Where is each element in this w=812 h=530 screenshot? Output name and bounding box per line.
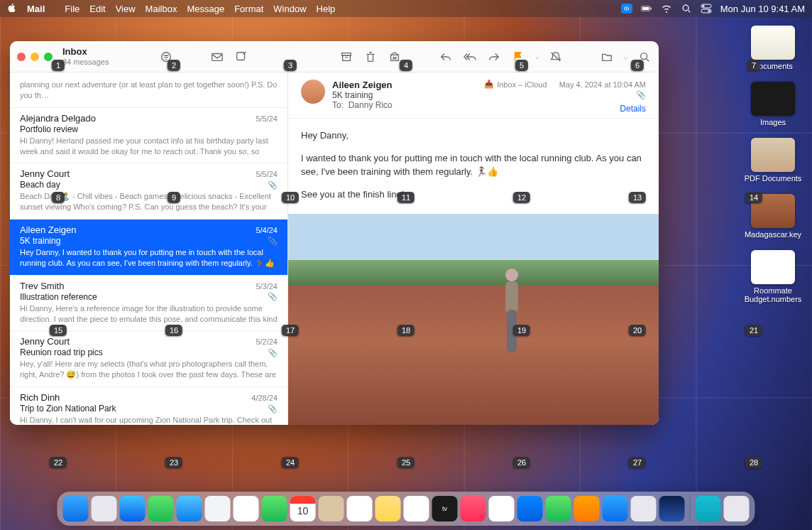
desktop-item[interactable]: PDF Documents [741, 138, 805, 183]
dock-app-contacts[interactable] [319, 496, 344, 521]
dock-app-finder[interactable] [63, 496, 89, 521]
dock-app-messages[interactable] [148, 496, 174, 521]
dock-app-freeform[interactable] [404, 496, 429, 521]
compose-envelope-icon[interactable] [210, 50, 224, 64]
wifi-icon[interactable] [661, 4, 672, 13]
move-to-icon[interactable] [600, 50, 614, 64]
dock-app-news[interactable] [489, 496, 515, 521]
grid-cell-label: 28 [745, 457, 762, 468]
dock-app-settings[interactable] [631, 496, 657, 521]
msg-date: 5/5/24 [256, 114, 278, 123]
spotlight-icon[interactable] [681, 4, 692, 13]
dock-app-notes[interactable] [375, 496, 401, 521]
mail-window: Inbox 34 messages ⌵ ⌵ planning [10, 41, 659, 425]
svg-point-27 [641, 53, 647, 59]
search-icon[interactable] [637, 50, 652, 64]
grid-cell-label: 26 [513, 457, 530, 468]
dock: 10tv [57, 492, 755, 526]
dock-app-launchpad[interactable] [92, 496, 117, 521]
msg-subject: Reunion road trip pics [20, 347, 103, 357]
apple-menu-icon[interactable] [7, 3, 17, 15]
dock-app-maps[interactable] [205, 496, 231, 521]
message-row[interactable]: Jenny Court5/5/24Beach day📎Beach Day 🏝️ … [10, 163, 287, 220]
message-row[interactable]: Aileen Zeigen5/4/245K training📎Hey Danny… [10, 220, 287, 276]
key-icon [751, 194, 795, 228]
menu-window[interactable]: Window [273, 4, 306, 14]
svg-point-12 [162, 52, 171, 61]
menu-message[interactable]: Message [187, 4, 224, 14]
menu-format[interactable]: Format [234, 4, 263, 14]
details-button[interactable]: Details [484, 104, 646, 114]
dock-app-appstore[interactable] [603, 496, 628, 521]
dock-app-reminders[interactable] [347, 496, 373, 521]
reader-paragraph: See you at the finish line! [301, 188, 646, 202]
dock-app-tv[interactable]: tv [432, 496, 458, 521]
msg-preview: planning our next adventure (or at least… [20, 80, 278, 101]
msg-preview: Hey, y'all! Here are my selects (that's … [20, 359, 278, 380]
mute-icon[interactable] [549, 50, 563, 64]
message-row[interactable]: Alejandra Delgado5/5/24Portfolio reviewH… [10, 108, 287, 164]
calendar-day: 10 [290, 505, 316, 517]
msg-date: 5/4/24 [256, 226, 278, 234]
svg-point-6 [683, 5, 688, 11]
desktop-item[interactable]: Roommate Budget.numbers [741, 250, 805, 303]
message-row[interactable]: planning our next adventure (or at least… [10, 72, 287, 108]
menu-mailbox[interactable]: Mailbox [146, 4, 177, 14]
msg-subject: Beach day [20, 180, 60, 190]
dock-app-trash[interactable] [724, 496, 750, 521]
reader-body: Hey Danny,I wanted to thank you for putt… [288, 119, 659, 210]
reader-mailbox[interactable]: Inbox – iCloud [497, 80, 547, 89]
compose-icon[interactable] [234, 50, 248, 64]
siri-icon[interactable] [621, 4, 632, 13]
dock-app-numbers[interactable] [546, 496, 571, 521]
desktop-item[interactable]: Documents [741, 26, 805, 70]
dock-app-pages[interactable] [574, 496, 600, 521]
archive-icon[interactable] [339, 50, 353, 64]
grid-cell-label: 24 [282, 457, 299, 468]
attachment-icon: 📎 [268, 348, 278, 357]
reply-icon[interactable] [439, 50, 453, 64]
menubar-app-name[interactable]: Mail [27, 4, 45, 14]
menu-file[interactable]: File [65, 4, 79, 14]
message-row[interactable]: Trev Smith5/3/24Illustration reference📎H… [10, 276, 287, 332]
message-row[interactable]: Jenny Court5/2/24Reunion road trip pics📎… [10, 331, 287, 387]
menu-help[interactable]: Help [317, 4, 336, 14]
desktop-item-label: Madagascar.key [737, 230, 808, 239]
msg-from: Alejandra Delgado [20, 113, 96, 124]
dock-app-keynote[interactable] [517, 496, 543, 521]
filter-icon[interactable] [159, 50, 173, 64]
desktop-item[interactable]: Madagascar.key [741, 194, 805, 239]
junk-icon[interactable] [388, 50, 402, 64]
msg-preview: Beach Day 🏝️ - Chill vibes - Beach games… [20, 191, 278, 212]
dock-app-mirror[interactable] [659, 496, 685, 521]
dock-app-safari[interactable] [120, 496, 146, 521]
dock-app-facetime[interactable] [262, 496, 287, 521]
dock-app-music[interactable] [461, 496, 486, 521]
move-menu-chevron-icon[interactable]: ⌵ [624, 53, 627, 60]
close-window-button[interactable] [17, 53, 26, 61]
dock-app-downloads[interactable] [696, 496, 721, 521]
battery-icon[interactable] [641, 4, 652, 13]
menu-view[interactable]: View [116, 4, 136, 14]
dock-app-mail[interactable] [177, 496, 202, 521]
flag-menu-chevron-icon[interactable]: ⌵ [535, 53, 539, 60]
desktop-item-label: Images [737, 118, 808, 126]
trash-icon[interactable] [363, 50, 378, 64]
reader-subject: 5K training [332, 90, 477, 100]
minimize-window-button[interactable] [31, 53, 39, 61]
msg-date: 5/3/24 [256, 282, 278, 291]
dock-app-photos[interactable] [234, 496, 259, 521]
reader-attachment-image[interactable] [288, 214, 659, 425]
dock-app-calendar[interactable]: 10 [290, 496, 316, 521]
menubar-clock[interactable]: Mon Jun 10 9:41 AM [720, 4, 805, 14]
forward-icon[interactable] [487, 50, 501, 64]
msg-from: Jenny Court [20, 168, 70, 179]
zoom-window-button[interactable] [44, 53, 53, 61]
message-row[interactable]: Rich Dinh4/28/24Trip to Zion National Pa… [10, 387, 287, 425]
reply-all-icon[interactable] [463, 50, 477, 64]
flag-icon[interactable] [511, 50, 525, 64]
menu-edit[interactable]: Edit [89, 4, 105, 14]
control-center-icon[interactable] [701, 4, 712, 13]
message-list[interactable]: planning our next adventure (or at least… [10, 72, 288, 425]
desktop-item[interactable]: Images [741, 82, 805, 126]
